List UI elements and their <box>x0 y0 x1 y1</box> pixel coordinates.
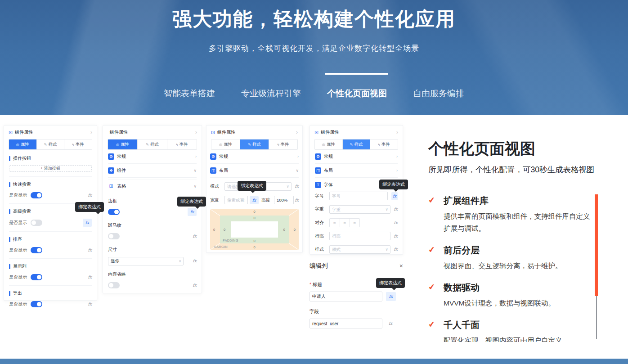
panel-title: 组件属性 <box>217 129 235 135</box>
group-general[interactable]: ⚙ 常规 › <box>315 150 398 164</box>
tab-style[interactable]: ✎ 样式 <box>137 139 167 149</box>
fx-binding-icon[interactable]: fx <box>88 248 92 252</box>
fx-binding-icon[interactable]: fx <box>193 259 197 263</box>
group-table[interactable]: ⊞ 表格 ∨ <box>108 180 197 192</box>
tab-style[interactable]: ✎ 样式 <box>36 139 64 149</box>
tab-personalized-view[interactable]: 个性化页面视图 <box>327 88 387 99</box>
fx-binding-icon[interactable]: fx <box>394 207 398 211</box>
chevron-right-icon[interactable]: › <box>396 129 398 135</box>
events-icon: ϟ <box>72 143 74 147</box>
page-subtitle: 多引擎驱动，全栈可视化开发，满足企业数字化转型全场景 <box>0 43 628 54</box>
align-right-icon[interactable]: ≡ <box>350 219 359 227</box>
list-item: ✔ 前后分层 视图界面、交互逻辑分离，易于维护。 <box>428 244 600 272</box>
fx-binding-icon[interactable]: fx <box>88 193 92 198</box>
align-left-icon[interactable]: ≡ <box>330 219 340 227</box>
fx-binding-icon[interactable]: fx <box>193 234 197 238</box>
tab-attributes[interactable]: ◎ 属性 <box>315 139 342 149</box>
fx-binding-button[interactable]: fx <box>83 219 92 227</box>
group-general[interactable]: ⚙ 常规 › <box>108 150 197 164</box>
tab-process-engine[interactable]: 专业级流程引擎 <box>241 88 301 99</box>
fx-binding-icon[interactable]: fx <box>394 220 398 225</box>
fx-binding-icon[interactable]: fx <box>88 302 92 306</box>
tab-smart-form[interactable]: 智能表单搭建 <box>164 88 215 99</box>
width-input[interactable] <box>224 196 248 204</box>
tab-attributes[interactable]: ◎ 属性 <box>211 139 240 149</box>
ellipsis-toggle[interactable] <box>108 282 120 288</box>
feature-item-desc: 提供丰富的页面模板和组件，支持组件库自定义扩展与调试。 <box>444 210 592 234</box>
component-icon: ⊡ <box>9 130 13 135</box>
font-style-select[interactable] <box>329 245 390 254</box>
chevron-right-icon[interactable]: › <box>195 129 197 135</box>
visibility-toggle[interactable] <box>31 301 42 307</box>
chevron-right-icon: › <box>297 154 299 159</box>
line-height-input[interactable] <box>329 232 390 240</box>
group-general[interactable]: ⚙ 常规 › <box>210 150 299 164</box>
group-layout[interactable]: ◫ 布局 › <box>315 164 398 178</box>
tab-attributes[interactable]: ◎ 属性 <box>108 139 137 149</box>
close-icon[interactable]: × <box>399 262 403 270</box>
chevron-right-icon: › <box>396 168 398 173</box>
panel-tab-group: ◎ 属性 ✎ 样式 ϟ 事件 <box>314 139 398 150</box>
section-title: 高级搜索 <box>13 208 31 215</box>
fx-binding-button[interactable]: fx <box>250 196 259 204</box>
panel-tab-group: ◎ 属性 ✎ 样式 ϟ 事件 <box>108 139 197 150</box>
font-size-input[interactable] <box>329 192 388 200</box>
chevron-right-icon[interactable]: › <box>90 129 92 135</box>
fx-binding-icon[interactable]: fx <box>394 234 398 238</box>
visibility-toggle[interactable] <box>31 247 42 253</box>
size-select[interactable] <box>108 257 184 265</box>
fx-binding-button[interactable]: fx <box>386 292 396 301</box>
check-icon: ✔ <box>428 282 435 292</box>
fx-binding-icon[interactable]: fx <box>88 275 92 279</box>
tab-events[interactable]: ϟ 事件 <box>370 139 398 149</box>
line-height-label: 行高 <box>315 233 327 239</box>
visibility-toggle[interactable] <box>31 220 42 226</box>
font-size-label: 字号 <box>315 193 327 199</box>
field-name-label: 字段 <box>310 309 403 315</box>
footer-band <box>0 359 628 364</box>
width-label: 宽度 <box>210 197 222 203</box>
tab-service-orchestration[interactable]: 自由服务编排 <box>413 88 464 99</box>
row-label: 是否显示 <box>9 247 27 253</box>
field-label-stripe: 斑马纹 <box>108 222 197 229</box>
tab-style[interactable]: ✎ 样式 <box>240 139 269 149</box>
tab-events[interactable]: ϟ 事件 <box>167 139 197 149</box>
feature-item-title: 前后分层 <box>444 244 600 256</box>
events-icon: ϟ <box>378 143 380 147</box>
scrollbar-track[interactable] <box>596 296 597 339</box>
fx-binding-icon[interactable]: fx <box>389 321 392 326</box>
column-field-input[interactable] <box>310 319 382 328</box>
section-marker <box>9 156 10 161</box>
table-icon: ⊞ <box>108 183 114 189</box>
fx-binding-icon[interactable]: fx <box>295 184 299 189</box>
fx-binding-icon[interactable]: fx <box>193 283 197 288</box>
tab-style[interactable]: ✎ 样式 <box>342 139 370 149</box>
attributes-icon: ◎ <box>219 143 222 147</box>
column-title-input[interactable] <box>310 292 382 301</box>
visibility-toggle[interactable] <box>31 274 42 280</box>
height-input[interactable] <box>274 196 294 204</box>
events-icon: ϟ <box>176 143 178 147</box>
chevron-right-icon[interactable]: › <box>296 129 298 135</box>
tab-attributes[interactable]: ◎ 属性 <box>9 139 36 149</box>
add-button-button[interactable]: + 添加按钮 <box>9 165 92 172</box>
border-toggle[interactable] <box>108 209 120 215</box>
font-weight-select[interactable] <box>329 205 390 214</box>
tab-events[interactable]: ϟ 事件 <box>64 139 92 149</box>
chevron-down-icon: ∨ <box>296 168 299 173</box>
gear-icon: ⚙ <box>315 153 321 160</box>
scrollbar-thumb[interactable] <box>595 194 598 296</box>
stripe-toggle[interactable] <box>108 233 120 239</box>
padding-label: PADDING <box>223 239 238 242</box>
align-center-icon[interactable]: ≡ <box>340 219 350 227</box>
group-layout[interactable]: ◫ 布局 ∨ <box>210 164 299 178</box>
bind-expression-tooltip: 绑定表达式 <box>379 180 408 189</box>
fx-binding-icon[interactable]: fx <box>394 247 398 252</box>
gear-icon: ⚙ <box>108 153 114 160</box>
visibility-toggle[interactable] <box>31 192 42 198</box>
active-tab-indicator <box>325 73 388 75</box>
bind-expression-tooltip: 绑定表达式 <box>75 202 104 212</box>
fx-binding-icon[interactable]: fx <box>295 198 299 202</box>
group-component[interactable]: ❖ 组件 ∨ <box>108 164 197 178</box>
tab-events[interactable]: ϟ 事件 <box>269 139 297 149</box>
